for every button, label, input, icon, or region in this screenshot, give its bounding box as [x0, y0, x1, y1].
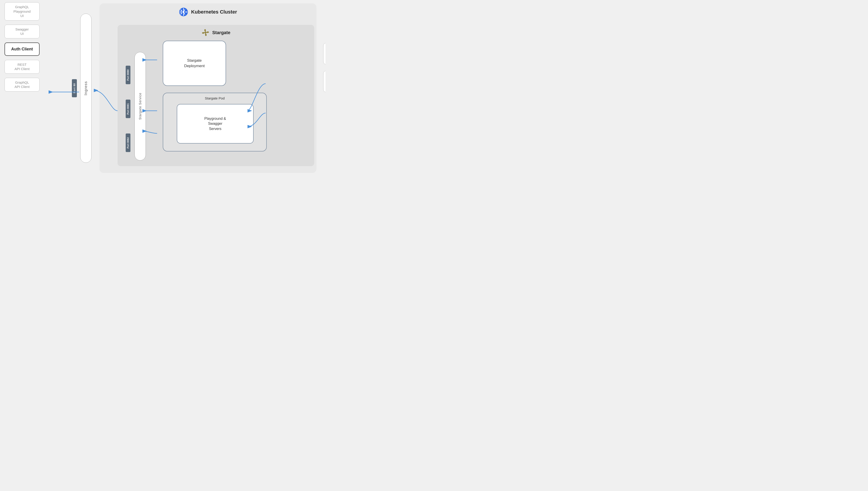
- kubernetes-title: Kubernetes Cluster: [191, 9, 237, 15]
- svg-point-10: [205, 32, 206, 33]
- cassandra-operator-box: Cassandra Operator: [323, 43, 326, 64]
- port-80-badge: Port 80: [72, 79, 77, 97]
- kubernetes-icon: [179, 7, 188, 17]
- stargate-icon: [201, 28, 210, 37]
- graphql-api-client-label: GraphQL API Client: [14, 81, 30, 89]
- ingress-box: Ingress Port 80: [80, 13, 92, 163]
- port-80-label: Port 80: [73, 83, 76, 93]
- ingress-container: Ingress Port 80: [79, 13, 93, 167]
- port-8080-badge: Port 8080: [126, 66, 130, 84]
- port-8082-label: Port 8082: [127, 137, 129, 148]
- graphql-api-client-box: GraphQL API Client: [4, 78, 39, 91]
- ingress-label: Ingress: [84, 81, 88, 95]
- stargate-title: Stargate: [212, 30, 230, 35]
- left-clients-panel: GraphQL Playground UI Swagger UI Auth Cl…: [4, 2, 39, 91]
- stargate-pod-title: Stargate Pod: [163, 93, 266, 102]
- svg-rect-2: [183, 8, 184, 10]
- swagger-ui-box: Swagger UI: [4, 25, 39, 38]
- swagger-ui-label: Swagger UI: [16, 27, 29, 36]
- diagram-container: GraphQL Playground UI Swagger UI Auth Cl…: [0, 0, 326, 184]
- right-boxes: Cassandra Operator Cassandra Credentials…: [323, 43, 326, 92]
- port-8082-badge: Port 8082: [126, 134, 130, 152]
- rest-api-client-label: REST API Client: [14, 63, 30, 71]
- graphql-playground-ui-label: GraphQL Playground UI: [13, 5, 31, 18]
- port-8081-label: Port 8081: [127, 103, 129, 115]
- svg-rect-4: [180, 12, 182, 12]
- svg-rect-3: [183, 13, 184, 16]
- graphql-playground-ui-box: GraphQL Playground UI: [4, 2, 39, 21]
- stargate-deployment-box: Stargate Deployment: [163, 41, 226, 86]
- port-8081-badge: Port 8081: [126, 100, 130, 118]
- stargate-deployment-label: Stargate Deployment: [184, 58, 205, 69]
- svg-rect-5: [185, 12, 187, 12]
- cassandra-credentials-box: Cassandra Credentials Secret: [323, 71, 326, 92]
- rest-api-client-box: REST API Client: [4, 60, 39, 74]
- auth-client-box: Auth Client: [4, 42, 39, 56]
- stargate-service-label: Stargate Service: [138, 93, 142, 120]
- stargate-pod-box: Stargate Pod Playground & Swagger Server…: [163, 93, 267, 151]
- playground-swagger-label: Playground & Swagger Servers: [204, 116, 226, 131]
- stargate-header: Stargate: [118, 25, 314, 38]
- port-8080-label: Port 8080: [127, 69, 129, 81]
- stargate-service-box: Stargate Service Port 8080 Port 8081 Por…: [134, 52, 146, 161]
- stargate-service-container: Stargate Service Port 8080 Port 8081 Por…: [134, 52, 148, 163]
- auth-client-label: Auth Client: [11, 47, 33, 51]
- k8s-header: Kubernetes Cluster: [99, 3, 317, 18]
- kubernetes-cluster: Kubernetes Cluster Stargate: [99, 3, 317, 173]
- stargate-area: Stargate Stargate Service Port 8080 Port…: [118, 25, 314, 166]
- playground-swagger-box: Playground & Swagger Servers: [177, 104, 253, 144]
